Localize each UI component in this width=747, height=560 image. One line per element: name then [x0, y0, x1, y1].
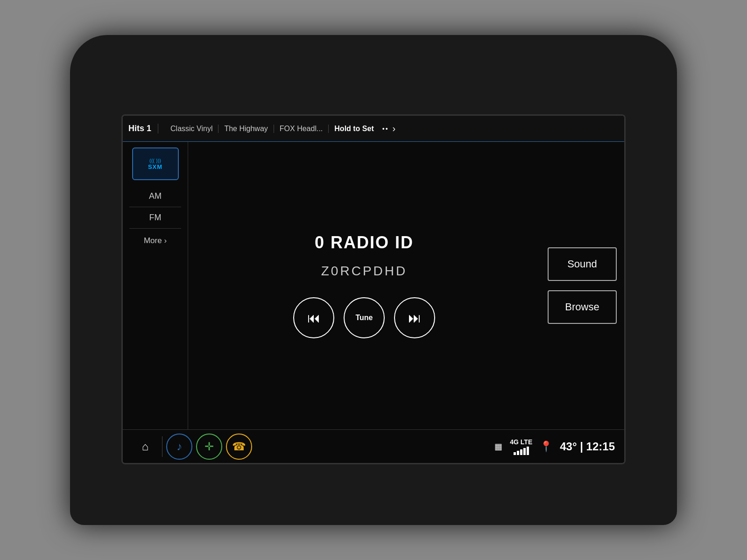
right-sidebar: Sound Browse [540, 142, 624, 429]
sidebar-am[interactable]: AM [123, 188, 188, 205]
status-right: ▦ 4G LTE 📍 43° | 12:15 [494, 438, 615, 455]
bar-5 [527, 447, 529, 455]
bar-2 [517, 451, 519, 455]
center-content: 0 RADIO ID Z0RCPDHD ⏮ Tune ⏭ [188, 142, 540, 429]
sidebar-more[interactable]: More › [144, 232, 167, 249]
home-icon: ⌂ [142, 440, 149, 453]
music-nav-button[interactable]: ♪ [166, 434, 192, 460]
dots-indicator: •• [382, 125, 389, 133]
phone-icon: ☎ [232, 440, 246, 453]
games-nav-button[interactable]: ✛ [196, 434, 222, 460]
time: 12:15 [586, 440, 615, 453]
infotainment-screen: Hits 1 Classic Vinyl The Highway FOX Hea… [121, 114, 626, 464]
sidebar-divider-2 [129, 228, 181, 229]
car-frame: Hits 1 Classic Vinyl The Highway FOX Hea… [70, 35, 677, 525]
bar-1 [514, 452, 516, 455]
nav-separator-1 [162, 436, 162, 457]
preset-item-1[interactable]: Classic Vinyl [165, 125, 218, 133]
temp-time-display: 43° | 12:15 [560, 440, 615, 453]
music-icon: ♪ [176, 440, 182, 453]
next-button[interactable]: ⏭ [394, 297, 435, 338]
bar-3 [520, 449, 522, 455]
preset-active[interactable]: Hits 1 [128, 124, 158, 133]
sidebar-fm[interactable]: FM [123, 209, 188, 226]
phone-nav-button[interactable]: ☎ [226, 434, 252, 460]
lte-indicator: 4G LTE [510, 438, 532, 455]
signal-bars [514, 446, 529, 455]
main-content: ((( ))) SXM AM FM More › 0 RADIO ID Z0RC… [123, 142, 624, 429]
preset-next-arrow[interactable]: › [393, 123, 396, 134]
preset-bar: Hits 1 Classic Vinyl The Highway FOX Hea… [123, 116, 624, 142]
home-nav-button[interactable]: ⌂ [132, 434, 158, 460]
left-sidebar: ((( ))) SXM AM FM More › [123, 142, 188, 429]
lte-label: 4G LTE [510, 438, 532, 446]
status-bar: ⌂ ♪ ✛ ☎ ▦ 4G LTE [123, 429, 624, 463]
sound-button[interactable]: Sound [548, 247, 617, 281]
gamepad-icon: ✛ [204, 440, 214, 453]
bar-4 [523, 448, 526, 455]
sxm-waves-icon: ((( ))) [149, 158, 161, 163]
tune-button[interactable]: Tune [344, 297, 385, 338]
separator: | [577, 440, 586, 453]
temperature: 43° [560, 440, 577, 453]
preset-item-3[interactable]: FOX Headl... [274, 125, 329, 133]
sxm-logo: SXM [148, 163, 162, 170]
sidebar-divider-1 [129, 207, 181, 207]
wifi-icon: ▦ [494, 441, 502, 452]
preset-item-2[interactable]: The Highway [218, 125, 274, 133]
radio-id-label: 0 RADIO ID [315, 233, 414, 252]
prev-button[interactable]: ⏮ [293, 297, 334, 338]
preset-hold[interactable]: Hold to Set [329, 125, 379, 133]
location-icon: 📍 [540, 441, 552, 453]
browse-button[interactable]: Browse [548, 290, 617, 324]
radio-code: Z0RCPDHD [321, 264, 407, 279]
playback-controls: ⏮ Tune ⏭ [293, 297, 435, 338]
sxm-button[interactable]: ((( ))) SXM [132, 147, 179, 180]
wifi-indicator: ▦ [494, 441, 502, 452]
